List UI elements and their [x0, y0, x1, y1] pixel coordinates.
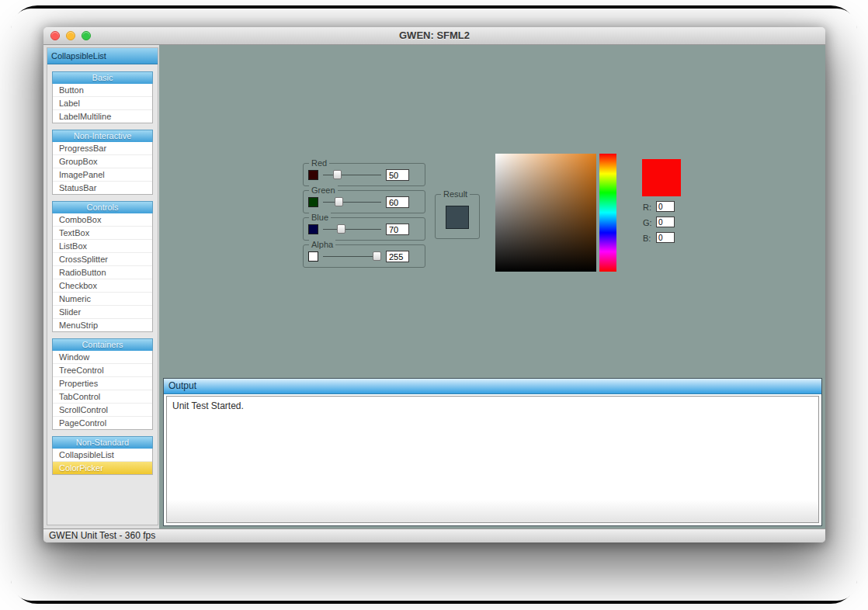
sidebar-item-pagecontrol[interactable]: PageControl [53, 417, 152, 429]
output-log[interactable]: Unit Test Started. [166, 396, 819, 523]
hue-slider[interactable] [599, 154, 616, 272]
category-header-non-interactive[interactable]: Non-Interactive [52, 130, 153, 142]
sidebar-item-menustrip[interactable]: MenuStrip [53, 319, 152, 331]
sidebar-item-button[interactable]: Button [53, 84, 152, 97]
category-items: ProgressBarGroupBoxImagePanelStatusBar [52, 142, 153, 195]
traffic-lights [50, 31, 91, 40]
sidebar-title: CollapsibleList [47, 48, 158, 64]
alpha-color-swatch [308, 251, 318, 262]
g-output-label: G: [643, 218, 652, 227]
g-output-input[interactable] [656, 217, 675, 227]
red-value-input[interactable] [386, 169, 409, 181]
blue-slider[interactable] [323, 218, 381, 240]
r-output-input[interactable] [656, 201, 675, 212]
sidebar-item-treecontrol[interactable]: TreeControl [53, 364, 152, 377]
app-body: CollapsibleList BasicButtonLabelLabelMul… [43, 45, 825, 529]
category-controls: ControlsComboBoxTextBoxListBoxCrossSplit… [52, 201, 153, 332]
blue-color-swatch [308, 224, 318, 234]
app-window: GWEN: SFML2 CollapsibleList BasicButtonL… [43, 27, 825, 542]
selected-color-swatch [642, 159, 681, 196]
channel-groupbox-green: Green [303, 190, 425, 213]
category-basic: BasicButtonLabelLabelMultiline [52, 71, 153, 123]
category-header-basic[interactable]: Basic [52, 71, 153, 84]
sidebar-item-collapsiblelist[interactable]: CollapsibleList [53, 449, 152, 462]
window-title: GWEN: SFML2 [43, 27, 825, 44]
green-color-swatch [308, 197, 318, 207]
red-color-swatch [308, 170, 318, 180]
output-log-line: Unit Test Started. [172, 400, 244, 411]
output-panel: Output Unit Test Started. [163, 378, 822, 526]
rgb-row: B: [643, 231, 689, 247]
r-output-label: R: [643, 203, 651, 212]
slider-track [323, 229, 381, 230]
slider-thumb[interactable] [333, 170, 342, 179]
sidebar-item-colorpicker[interactable]: ColorPicker [53, 462, 152, 474]
category-items: WindowTreeControlPropertiesTabControlScr… [52, 351, 153, 430]
rgb-row: G: [643, 216, 689, 231]
sidebar-item-groupbox[interactable]: GroupBox [53, 155, 152, 168]
alpha-value-input[interactable] [386, 251, 409, 262]
slider-thumb[interactable] [335, 197, 343, 206]
sidebar-item-statusbar[interactable]: StatusBar [53, 182, 152, 194]
groupbox-label: Result [441, 189, 470, 199]
category-header-containers[interactable]: Containers [52, 338, 153, 351]
sidebar-item-listbox[interactable]: ListBox [53, 240, 152, 253]
sidebar-item-numeric[interactable]: Numeric [53, 293, 152, 306]
sidebar-item-label[interactable]: Label [53, 97, 152, 110]
sidebar-item-properties[interactable]: Properties [53, 377, 152, 390]
slider-track [323, 202, 381, 203]
blue-value-input[interactable] [386, 224, 409, 235]
slider-thumb[interactable] [373, 251, 381, 261]
screenshot-root: GWEN: SFML2 CollapsibleList BasicButtonL… [0, 0, 868, 610]
category-containers: ContainersWindowTreeControlPropertiesTab… [52, 338, 153, 430]
sidebar-item-radiobutton[interactable]: RadioButton [53, 266, 152, 279]
slider-thumb[interactable] [337, 224, 345, 234]
sidebar-item-combobox[interactable]: ComboBox [53, 213, 152, 227]
category-items: CollapsibleListColorPicker [52, 449, 153, 475]
rgb-row: R: [643, 200, 689, 216]
sidebar-item-crosssplitter[interactable]: CrossSplitter [53, 253, 152, 266]
sidebar-item-labelmultiline[interactable]: LabelMultiline [53, 110, 152, 123]
channel-groupboxes: RedGreenBlueAlpha [303, 163, 425, 268]
output-header[interactable]: Output [164, 379, 821, 394]
sidebar: CollapsibleList BasicButtonLabelLabelMul… [47, 47, 158, 525]
channel-groupbox-alpha: Alpha [303, 244, 425, 268]
main-canvas: RedGreenBlueAlpha Result R:G:B: Output U… [159, 45, 825, 529]
sidebar-item-scrollcontrol[interactable]: ScrollControl [53, 404, 152, 417]
minimize-button[interactable] [66, 31, 75, 40]
red-slider[interactable] [323, 164, 381, 185]
zoom-button[interactable] [82, 31, 91, 40]
window-titlebar[interactable]: GWEN: SFML2 [43, 27, 825, 45]
sidebar-item-textbox[interactable]: TextBox [53, 227, 152, 240]
channel-groupbox-blue: Blue [303, 217, 425, 241]
sidebar-item-tabcontrol[interactable]: TabControl [53, 390, 152, 404]
category-items: ButtonLabelLabelMultiline [52, 84, 153, 123]
alpha-slider[interactable] [323, 245, 381, 267]
category-non-interactive: Non-InteractiveProgressBarGroupBoxImageP… [52, 130, 153, 195]
rgb-value-rows: R:G:B: [643, 200, 689, 247]
green-value-input[interactable] [386, 196, 409, 208]
sidebar-item-imagepanel[interactable]: ImagePanel [53, 168, 152, 182]
result-color-swatch [446, 206, 469, 229]
sidebar-item-slider[interactable]: Slider [53, 306, 152, 319]
category-header-controls[interactable]: Controls [52, 201, 153, 213]
sidebar-item-progressbar[interactable]: ProgressBar [53, 142, 152, 155]
sidebar-item-checkbox[interactable]: Checkbox [53, 279, 152, 293]
sidebar-category-list: BasicButtonLabelLabelMultilineNon-Intera… [47, 64, 158, 525]
channel-groupbox-red: Red [303, 163, 425, 186]
close-button[interactable] [50, 31, 60, 40]
result-groupbox: Result [435, 194, 480, 239]
category-non-standard: Non-StandardCollapsibleListColorPicker [52, 436, 153, 475]
category-header-non-standard[interactable]: Non-Standard [52, 436, 153, 449]
status-bar: GWEN Unit Test - 360 fps [43, 529, 825, 542]
b-output-label: B: [643, 234, 651, 243]
category-items: ComboBoxTextBoxListBoxCrossSplitterRadio… [52, 213, 153, 332]
green-slider[interactable] [323, 191, 381, 213]
sidebar-item-window[interactable]: Window [53, 351, 152, 364]
b-output-input[interactable] [656, 232, 675, 243]
slider-track [323, 175, 381, 175]
saturation-value-picker[interactable] [495, 154, 596, 272]
